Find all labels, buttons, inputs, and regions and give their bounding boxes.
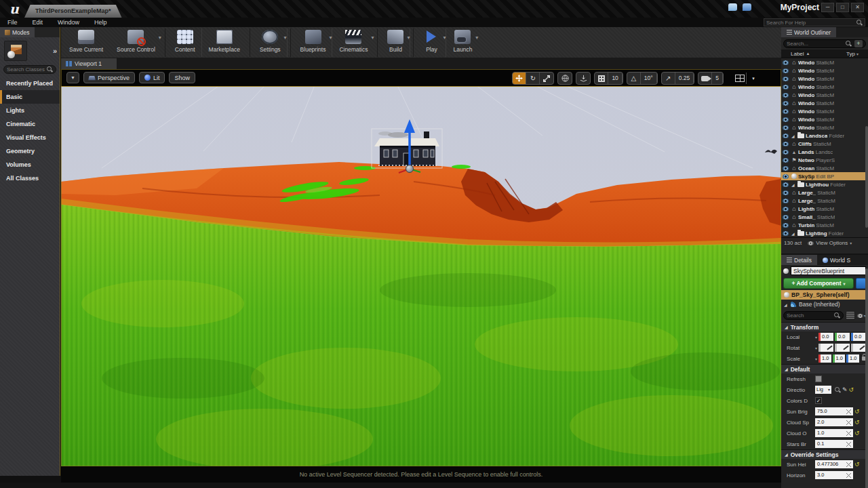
visibility-eye-icon[interactable] xyxy=(783,215,789,220)
rotation-z-dial[interactable] xyxy=(851,344,866,352)
spinner-icon[interactable] xyxy=(846,462,851,467)
visibility-eye-icon[interactable] xyxy=(783,85,789,89)
reset-arrow-icon[interactable]: ↺ xyxy=(849,386,854,393)
toolbar-button[interactable]: ▾ Content xyxy=(165,28,202,57)
scale-label[interactable]: Scale xyxy=(787,356,814,362)
outliner-row[interactable]: ◢ Lands Landsc xyxy=(781,148,868,156)
filter-arrow-icon[interactable]: ▾ xyxy=(856,52,859,56)
surface-snap-button[interactable] xyxy=(576,73,590,84)
place-mode-button[interactable] xyxy=(4,41,27,61)
column-label[interactable]: Label xyxy=(791,51,804,57)
toolbar-button[interactable]: ▾ Marketplace xyxy=(202,28,247,57)
scene-3d-render[interactable] xyxy=(61,87,781,466)
outliner-row[interactable]: ◢ Netwo PlayerS xyxy=(781,156,868,164)
toolbar-button[interactable]: ▾ Build xyxy=(377,28,410,57)
mode-category[interactable]: Cinematic xyxy=(0,117,60,131)
feedback-icon[interactable] xyxy=(728,3,737,11)
dropdown-arrow-icon[interactable]: ▾ xyxy=(284,35,287,41)
details-search[interactable] xyxy=(783,311,844,320)
classes-search-input[interactable] xyxy=(7,66,47,73)
component-self-row[interactable]: BP_Sky_Sphere(self) xyxy=(781,290,868,300)
minimize-button[interactable]: ─ xyxy=(821,3,834,12)
dropdown-arrow-icon[interactable]: ▾ xyxy=(159,35,161,41)
visibility-eye-icon[interactable] xyxy=(783,93,789,98)
tab-world-outliner[interactable]: World Outliner xyxy=(781,27,836,37)
layout-dropdown-arrow[interactable]: ▾ xyxy=(747,73,760,84)
lit-button[interactable]: Lit xyxy=(139,72,165,83)
camera-speed-value[interactable]: 5 xyxy=(712,73,723,84)
outliner-row[interactable]: ◢ Small_ StaticM xyxy=(781,213,868,221)
outliner-row[interactable]: ◢ Windo StaticM xyxy=(781,83,868,91)
mode-category[interactable]: Visual Effects xyxy=(0,131,60,144)
visibility-eye-icon[interactable] xyxy=(783,134,789,138)
spinner-icon[interactable] xyxy=(846,431,851,436)
stars-brightness-field[interactable]: 0.1 xyxy=(815,440,853,448)
sun-brightness-field[interactable]: 75.0 xyxy=(815,407,853,415)
world-local-toggle[interactable] xyxy=(558,73,572,84)
level-tab[interactable]: ThirdPersonExampleMap* xyxy=(24,5,122,18)
expand-arrow-icon[interactable]: ◢ xyxy=(791,182,796,187)
add-component-button[interactable]: + Add Component ▾ xyxy=(783,278,854,289)
section-override-settings[interactable]: ◢ Override Settings xyxy=(781,449,868,459)
viewport[interactable]: ▼ Perspective Lit Show ↻ xyxy=(61,69,781,466)
component-base-row[interactable]: ◢ Base (Inherited) xyxy=(781,300,868,309)
spinner-icon[interactable] xyxy=(846,420,851,425)
column-type[interactable]: Typ ▾ xyxy=(846,51,859,57)
visibility-eye-icon[interactable] xyxy=(783,142,789,146)
toolbar-button[interactable]: ▾ Blueprints xyxy=(290,28,333,57)
rotation-snap-toggle[interactable]: △ xyxy=(627,73,641,84)
browse-icon[interactable] xyxy=(835,387,841,393)
menu-item[interactable]: Help xyxy=(87,19,115,26)
visibility-eye-icon[interactable] xyxy=(783,199,789,203)
section-default[interactable]: ◢ Default xyxy=(781,364,868,373)
visibility-eye-icon[interactable] xyxy=(783,207,789,211)
rotation-x-dial[interactable] xyxy=(818,344,833,352)
section-transform[interactable]: ◢ Transform xyxy=(781,322,868,331)
outliner-search-input[interactable] xyxy=(787,41,844,47)
expand-arrow-icon[interactable]: ◢ xyxy=(791,134,796,138)
mode-category[interactable]: Geometry xyxy=(0,144,60,158)
dropdown-arrow-icon[interactable]: ▾ xyxy=(443,35,446,41)
toolbar-button[interactable]: ▾ Source Control xyxy=(110,28,162,57)
scale-z-field[interactable]: 1.0 xyxy=(846,354,859,363)
close-button[interactable]: ✕ xyxy=(851,3,864,12)
add-filter-icon[interactable]: + xyxy=(854,40,863,47)
expand-chevron-icon[interactable]: » xyxy=(53,47,56,55)
directional-light-dropdown[interactable]: Lig ▾ xyxy=(815,386,831,394)
scale-snap-value[interactable]: 0.25 xyxy=(675,73,694,84)
colors-checkbox[interactable] xyxy=(815,397,822,404)
show-button[interactable]: Show xyxy=(169,72,195,83)
outliner-row[interactable]: ◢ Windo StaticM xyxy=(781,66,868,75)
outliner-row[interactable]: ◢ Windo StaticM xyxy=(781,91,868,99)
reset-arrow-icon[interactable]: ↺ xyxy=(854,461,860,468)
spinner-icon[interactable] xyxy=(846,442,851,447)
menu-item[interactable]: File xyxy=(0,19,25,26)
menu-item[interactable]: Window xyxy=(50,19,87,26)
grid-snap-value[interactable]: 10 xyxy=(608,73,622,84)
outliner-row[interactable]: ◢ Large_ StaticM xyxy=(781,188,868,197)
toolbar-button[interactable]: ▾ Settings xyxy=(250,28,288,57)
visibility-eye-icon[interactable] xyxy=(783,166,789,171)
details-scrollbar[interactable] xyxy=(865,268,868,488)
dropdown-arrow-icon[interactable]: ▾ xyxy=(407,35,410,41)
toolbar-button[interactable]: ▾ Cinematics xyxy=(332,28,374,57)
outliner-row[interactable]: ◢ Windo StaticM xyxy=(781,123,868,131)
visibility-eye-icon[interactable] xyxy=(783,101,789,106)
camera-speed-button[interactable] xyxy=(698,73,712,84)
view-options-arrow-icon[interactable]: ▾ xyxy=(850,241,852,245)
actor-name-field[interactable]: SkySphereBlueprint xyxy=(791,266,866,275)
toolbar-button[interactable]: ▾ Launch xyxy=(446,28,479,57)
tab-modes[interactable]: Modes xyxy=(0,27,35,37)
sort-arrow-icon[interactable]: ▲ xyxy=(806,52,810,56)
visibility-eye-icon[interactable] xyxy=(783,158,789,163)
outliner-row[interactable]: ◢ Cliffs StaticM xyxy=(781,140,868,148)
expand-arrow-icon[interactable]: ◢ xyxy=(791,231,796,236)
classes-search[interactable] xyxy=(3,65,56,74)
menu-item[interactable]: Edit xyxy=(25,19,51,26)
outliner-row[interactable]: ◢ Windo StaticM xyxy=(781,115,868,123)
location-x-field[interactable]: 0.0 xyxy=(818,333,833,341)
outliner-scrollbar[interactable] xyxy=(865,126,868,228)
outliner-row[interactable]: ◢ SkySp Edit BP xyxy=(781,172,868,180)
visibility-eye-icon[interactable] xyxy=(783,68,789,73)
scale-snap-toggle[interactable]: ↗ xyxy=(662,73,675,84)
